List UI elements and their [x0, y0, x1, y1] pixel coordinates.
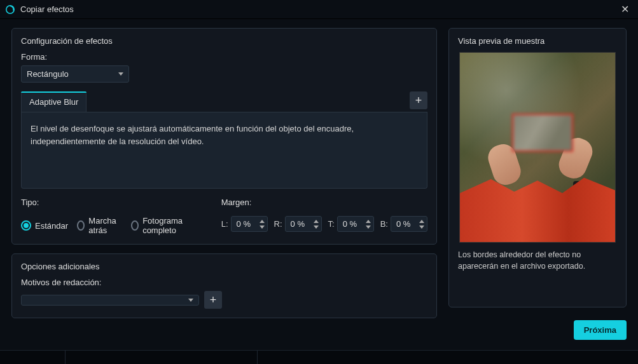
chevron-down-icon: [419, 226, 424, 229]
app-logo-icon: [5, 4, 15, 15]
tab-adaptive-blur[interactable]: Adaptive Blur: [21, 91, 87, 112]
margin-l-spinner[interactable]: 0 %: [231, 216, 268, 232]
chevron-down-icon: [314, 226, 319, 229]
title-bar: Copiar efectos ✕: [0, 0, 638, 19]
preview-panel: Vista previa de muestra Los bordes alred…: [448, 28, 627, 307]
margin-t-spinner[interactable]: 0 %: [337, 216, 374, 232]
margin-t-label: T:: [328, 219, 335, 229]
tipo-label: Tipo:: [21, 198, 196, 207]
window-title: Copiar efectos: [20, 4, 74, 14]
radio-fullframe[interactable]: Fotograma completo: [131, 216, 196, 235]
plus-icon: +: [210, 293, 217, 307]
chevron-up-icon: [260, 220, 265, 223]
radio-fullframe-label: Fotograma completo: [142, 216, 196, 235]
chevron-down-icon: [188, 299, 193, 302]
margin-l-label: L:: [221, 219, 228, 229]
margin-l-down[interactable]: [258, 224, 266, 229]
chevron-down-icon: [366, 226, 371, 229]
additional-options-panel: Opciones adicionales Motivos de redacció…: [11, 253, 437, 318]
radio-reverse-label: Marcha atrás: [88, 216, 121, 235]
shape-select-value: Rectángulo: [27, 69, 69, 79]
preview-note: Los bordes alrededor del efecto no apare…: [458, 249, 617, 272]
margin-b-up[interactable]: [418, 219, 426, 224]
radio-standard-label: Estándar: [35, 221, 68, 231]
radio-standard[interactable]: Estándar: [21, 220, 68, 231]
add-tab-button[interactable]: +: [410, 91, 427, 109]
shape-select[interactable]: Rectángulo: [21, 65, 129, 83]
margin-b-label: B:: [380, 219, 388, 229]
margin-l-up[interactable]: [258, 219, 266, 224]
close-icon[interactable]: ✕: [618, 3, 632, 15]
next-button-label: Próxima: [584, 325, 616, 335]
redaction-label: Motivos de redacción:: [21, 278, 427, 287]
margin-t-up[interactable]: [364, 219, 372, 224]
blur-rectangle-overlay: [512, 114, 573, 152]
margin-r-value: 0 %: [291, 219, 309, 229]
preview-image: [459, 52, 616, 243]
blur-description: El nivel de desenfoque se ajustará autom…: [31, 124, 354, 146]
margin-t-value: 0 %: [343, 219, 361, 229]
tab-label: Adaptive Blur: [29, 97, 78, 107]
chevron-up-icon: [419, 220, 424, 223]
effects-config-title: Configuración de efectos: [21, 36, 427, 46]
margin-t-down[interactable]: [364, 224, 372, 229]
shape-label: Forma:: [21, 52, 427, 62]
margin-r-spinner[interactable]: 0 %: [285, 216, 322, 232]
chevron-up-icon: [366, 220, 371, 223]
effect-tabbar: Adaptive Blur +: [21, 91, 427, 112]
radio-reverse[interactable]: Marcha atrás: [77, 216, 122, 235]
margin-l-value: 0 %: [237, 219, 254, 229]
chevron-down-icon: [260, 226, 265, 229]
chevron-up-icon: [314, 220, 319, 223]
margin-b-value: 0 %: [396, 219, 414, 229]
effect-tab-body: El nivel de desenfoque se ajustará autom…: [21, 112, 427, 189]
additional-options-title: Opciones adicionales: [21, 262, 427, 271]
next-button[interactable]: Próxima: [574, 320, 627, 340]
redaction-select[interactable]: [21, 295, 199, 306]
margin-b-down[interactable]: [418, 224, 426, 229]
preview-title: Vista previa de muestra: [458, 36, 617, 46]
margin-r-down[interactable]: [312, 224, 320, 229]
margin-label: Margen:: [221, 198, 427, 207]
margin-r-up[interactable]: [312, 219, 320, 224]
margin-b-spinner[interactable]: 0 %: [391, 216, 427, 232]
plus-icon: +: [415, 94, 422, 107]
status-bar: [0, 350, 638, 364]
effects-config-panel: Configuración de efectos Forma: Rectángu…: [11, 28, 437, 245]
tipo-radio-group: Estándar Marcha atrás Fotograma completo: [21, 216, 196, 235]
margin-r-label: R:: [274, 219, 282, 229]
add-redaction-button[interactable]: +: [204, 291, 222, 309]
chevron-down-icon: [118, 72, 123, 76]
